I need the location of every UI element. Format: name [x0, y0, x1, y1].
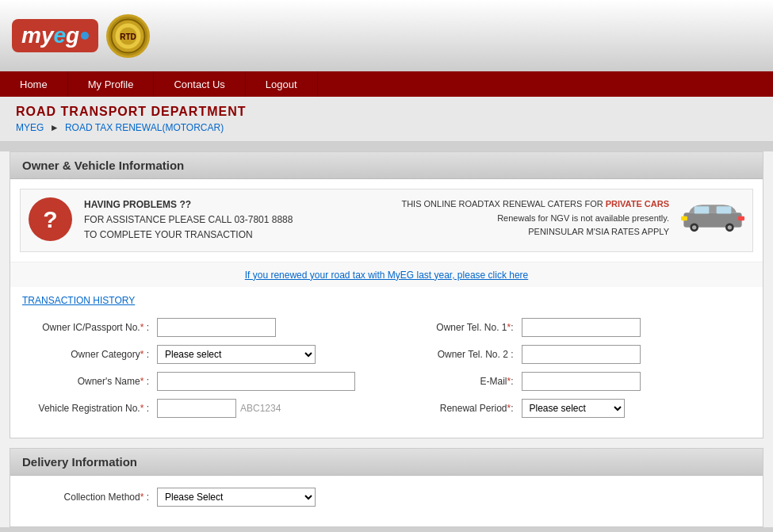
transaction-history-container: TRANSACTION HISTORY: [10, 287, 763, 314]
required-star: *: [140, 322, 144, 333]
logo-dot: [81, 32, 89, 40]
vehicle-reg-label: Vehicle Registration No.* :: [22, 403, 149, 414]
info-line3: TO COMPLETE YOUR TRANSACTION: [84, 228, 389, 243]
svg-text:RTD: RTD: [120, 33, 136, 41]
owner-tel1-input[interactable]: [522, 318, 641, 337]
owner-tel2-input[interactable]: [522, 345, 641, 364]
nav-logout[interactable]: Logout: [246, 71, 318, 97]
nav-contact-us[interactable]: Contact Us: [154, 71, 245, 97]
form-two-col: Owner IC/Passport No.* : Owner Category*…: [22, 318, 751, 426]
delivery-form: Collection Method* : Please Select Pos M…: [10, 476, 763, 526]
renewal-period-select[interactable]: Please select 1 Year 6 Months: [522, 399, 625, 418]
svg-rect-11: [681, 216, 687, 220]
nav-home[interactable]: Home: [0, 71, 68, 97]
form-col-left: Owner IC/Passport No.* : Owner Category*…: [22, 318, 387, 426]
owner-category-label: Owner Category* :: [22, 349, 149, 360]
renewal-period-label: Renewal Period*:: [387, 403, 514, 414]
breadcrumb-arrow: ►: [50, 122, 59, 133]
owner-tel2-label: Owner Tel. No. 2 :: [387, 349, 514, 360]
form-col-right: Owner Tel. No. 1*: Owner Tel. No. 2 :: [387, 318, 752, 426]
breadcrumb-area: ROAD TRANSPORT DEPARTMENT MYEG ► ROAD TA…: [0, 97, 773, 142]
svg-point-10: [728, 225, 732, 229]
page-title: ROAD TRANSPORT DEPARTMENT: [16, 105, 757, 119]
owner-vehicle-panel: Owner & Vehicle Information ? HAVING PRO…: [10, 151, 763, 438]
collection-method-label: Collection Method* :: [22, 492, 149, 503]
email-label: E-Mail*:: [387, 376, 514, 387]
rtd-badge: RTD: [106, 14, 150, 58]
header: my e g RTD: [0, 0, 773, 71]
owner-category-row: Owner Category* : Please select Individu…: [22, 345, 387, 364]
svg-rect-5: [695, 206, 710, 213]
navigation: Home My Profile Contact Us Logout: [0, 71, 773, 97]
vehicle-reg-container: ABC1234: [157, 399, 281, 418]
email-input[interactable]: [522, 372, 641, 391]
info-right-line1: THIS ONLINE ROADTAX RENEWAL CATERS FOR P…: [401, 197, 669, 212]
required-star2: *: [140, 349, 144, 360]
required-star8: *: [140, 492, 144, 503]
svg-point-8: [692, 225, 696, 229]
owner-ic-input[interactable]: [157, 318, 276, 337]
renewal-link-row: If you renewed your road tax with MyEG l…: [10, 262, 763, 287]
owner-tel1-label: Owner Tel. No. 1*:: [387, 322, 514, 333]
question-icon: ?: [29, 197, 72, 241]
vehicle-form: Owner IC/Passport No.* : Owner Category*…: [10, 314, 763, 438]
vehicle-reg-row: Vehicle Registration No.* : ABC1234: [22, 399, 387, 418]
info-right-line3: PENINSULAR M'SIA RATES APPLY: [401, 225, 669, 239]
owners-name-input[interactable]: [157, 372, 355, 391]
required-star4: *: [140, 403, 144, 414]
info-box: ? HAVING PROBLEMS ?? FOR ASSISTANCE PLEA…: [20, 189, 753, 252]
info-text-right: THIS ONLINE ROADTAX RENEWAL CATERS FOR P…: [401, 197, 669, 239]
owners-name-row: Owner's Name* :: [22, 372, 387, 391]
owner-tel2-row: Owner Tel. No. 2 :: [387, 345, 752, 364]
svg-rect-6: [717, 206, 732, 213]
owner-ic-row: Owner IC/Passport No.* :: [22, 318, 387, 337]
info-text-left: HAVING PROBLEMS ?? FOR ASSISTANCE PLEASE…: [84, 197, 389, 243]
owners-name-label: Owner's Name* :: [22, 376, 149, 387]
owner-ic-label: Owner IC/Passport No.* :: [22, 322, 149, 333]
logo-text-2: e: [53, 23, 66, 48]
logo-text-3: g: [66, 23, 79, 48]
owner-vehicle-heading: Owner & Vehicle Information: [10, 152, 763, 179]
required-star7: *: [507, 403, 511, 414]
logo-text: my: [21, 23, 53, 48]
email-row: E-Mail*:: [387, 372, 752, 391]
info-line1: HAVING PROBLEMS ??: [84, 197, 389, 212]
required-star5: *: [507, 322, 511, 333]
required-star3: *: [140, 376, 144, 387]
nav-my-profile[interactable]: My Profile: [68, 71, 155, 97]
collection-method-row: Collection Method* : Please Select Pos M…: [22, 488, 751, 507]
vehicle-reg-input[interactable]: [157, 399, 236, 418]
info-right-line2: Renewals for NGV is not available presen…: [401, 212, 669, 226]
car-image: [681, 197, 744, 233]
svg-rect-12: [738, 216, 744, 220]
vehicle-reg-example: ABC1234: [240, 403, 281, 414]
breadcrumb: MYEG ► ROAD TAX RENEWAL(MOTORCAR): [16, 122, 757, 133]
owner-category-select[interactable]: Please select Individual Company: [157, 345, 316, 364]
transaction-history-link[interactable]: TRANSACTION HISTORY: [10, 287, 147, 314]
required-star6: *: [507, 376, 511, 387]
collection-method-select[interactable]: Please Select Pos Malaysia Self Collecti…: [157, 488, 316, 507]
private-label: PRIVATE CARS: [606, 199, 669, 209]
delivery-heading: Delivery Information: [10, 449, 763, 476]
breadcrumb-root[interactable]: MYEG: [16, 122, 44, 133]
myeg-logo: my e g: [12, 19, 98, 52]
renewal-link[interactable]: If you renewed your road tax with MyEG l…: [245, 270, 529, 281]
breadcrumb-current[interactable]: ROAD TAX RENEWAL(MOTORCAR): [65, 122, 224, 133]
delivery-section: Delivery Information Collection Method* …: [10, 448, 763, 527]
main-content: Owner & Vehicle Information ? HAVING PRO…: [0, 151, 773, 527]
owner-tel1-row: Owner Tel. No. 1*:: [387, 318, 752, 337]
info-line2: FOR ASSISTANCE PLEASE CALL 03-7801 8888: [84, 212, 389, 228]
renewal-period-row: Renewal Period*: Please select 1 Year 6 …: [387, 399, 752, 418]
